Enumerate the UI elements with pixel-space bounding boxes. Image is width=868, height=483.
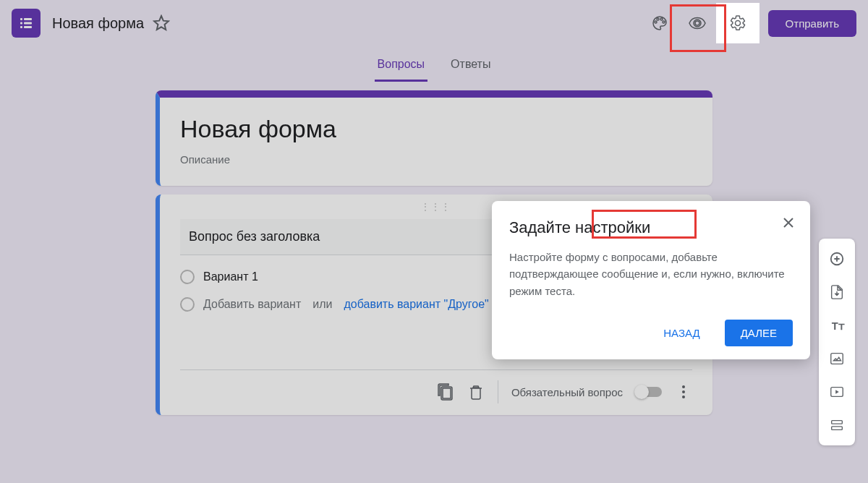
- radio-icon: [180, 270, 195, 284]
- add-section-button[interactable]: [822, 411, 851, 440]
- option-text[interactable]: Вариант 1: [203, 270, 258, 283]
- add-video-button[interactable]: [822, 377, 851, 406]
- settings-popup: Задайте настройки Настройте форму с вопр…: [492, 201, 810, 359]
- svg-point-6: [682, 385, 685, 388]
- svg-point-7: [682, 390, 685, 393]
- add-question-button[interactable]: [822, 244, 851, 273]
- side-toolbar: Tᴛ: [819, 239, 855, 445]
- theme-icon[interactable]: [642, 6, 677, 40]
- svg-rect-4: [20, 26, 22, 28]
- svg-rect-0: [20, 18, 22, 20]
- star-icon[interactable]: [153, 14, 170, 32]
- svg-rect-5: [24, 26, 32, 28]
- next-button[interactable]: ДАЛЕЕ: [725, 320, 793, 346]
- form-title[interactable]: Новая форма: [52, 15, 144, 32]
- or-text: или: [312, 298, 332, 311]
- svg-rect-2: [20, 22, 22, 25]
- popup-body: Настройте форму с вопросами, добавьте по…: [509, 249, 793, 299]
- svg-point-8: [682, 396, 685, 398]
- add-title-button[interactable]: Tᴛ: [822, 311, 851, 340]
- required-label: Обязательный вопрос: [511, 386, 623, 398]
- settings-highlighted-area: [716, 3, 760, 43]
- settings-icon[interactable]: [720, 6, 755, 40]
- divider: [498, 380, 498, 403]
- preview-icon[interactable]: [680, 6, 715, 40]
- form-title-text[interactable]: Новая форма: [180, 115, 692, 143]
- forms-logo-icon: [17, 14, 35, 32]
- required-toggle[interactable]: [636, 387, 662, 397]
- forms-logo[interactable]: [12, 9, 41, 38]
- svg-rect-13: [832, 421, 843, 424]
- close-icon[interactable]: [780, 214, 797, 231]
- app-header: Новая форма Отправить: [0, 0, 868, 46]
- tabs-bar: Вопросы Ответы: [0, 46, 868, 82]
- svg-rect-14: [832, 427, 843, 430]
- more-icon[interactable]: [675, 383, 692, 401]
- svg-rect-1: [24, 18, 32, 20]
- svg-rect-11: [831, 354, 843, 364]
- tab-questions[interactable]: Вопросы: [375, 52, 428, 82]
- duplicate-icon[interactable]: [437, 383, 454, 401]
- question-footer: Обязательный вопрос: [180, 369, 692, 403]
- form-description[interactable]: Описание: [180, 153, 692, 166]
- add-other-link[interactable]: добавить вариант "Другое": [344, 298, 489, 311]
- radio-icon: [180, 297, 195, 312]
- back-button[interactable]: НАЗАД: [650, 320, 712, 346]
- svg-text:Tᴛ: Tᴛ: [832, 320, 845, 332]
- svg-rect-3: [24, 22, 32, 25]
- send-button[interactable]: Отправить: [768, 10, 856, 37]
- add-option-link[interactable]: Добавить вариант: [203, 298, 301, 311]
- import-questions-button[interactable]: [822, 278, 851, 307]
- add-image-button[interactable]: [822, 344, 851, 373]
- form-title-card[interactable]: Новая форма Описание: [156, 90, 712, 186]
- popup-title: Задайте настройки: [509, 218, 793, 237]
- popup-actions: НАЗАД ДАЛЕЕ: [509, 320, 793, 346]
- delete-icon[interactable]: [467, 383, 485, 401]
- tab-answers[interactable]: Ответы: [448, 52, 493, 82]
